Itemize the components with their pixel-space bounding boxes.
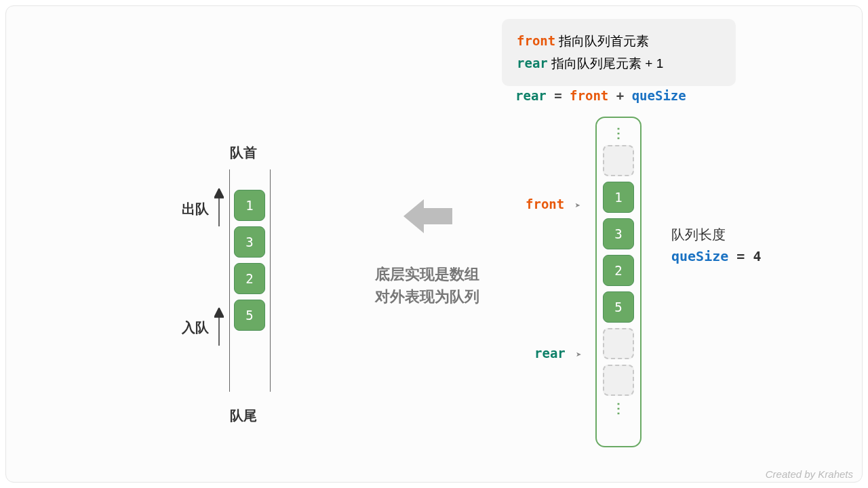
front-pointer: front ➤ [526, 197, 580, 211]
pointer-arrow-icon: ➤ [575, 200, 580, 211]
formula-quesize: queSize [632, 88, 686, 103]
queue-length-box: 队列长度 queSize = 4 [671, 224, 761, 267]
dequeue-label: 出队 [182, 200, 209, 218]
quesize-val: 4 [753, 248, 761, 264]
queue-rail-left [229, 169, 230, 392]
enqueue-label: 入队 [182, 319, 209, 337]
caption-line2: 对外表现为队列 [353, 285, 502, 308]
ellipsis-icon: ⋮ [612, 399, 625, 418]
array-cell: 3 [603, 218, 634, 249]
rear-keyword: rear [517, 56, 548, 70]
array-cell-empty [603, 365, 634, 396]
formula-front: front [570, 88, 608, 103]
formula-eq: = [554, 88, 570, 103]
formula: rear = front + queSize [515, 88, 686, 103]
formula-rear: rear [515, 88, 547, 103]
rear-pointer: rear ➤ [534, 346, 582, 361]
quesize-eq: = [736, 248, 753, 264]
quesize-var: queSize [671, 248, 728, 264]
rear-desc: 指向队列尾元素 + 1 [551, 56, 663, 70]
dequeue-arrow-icon [214, 188, 224, 226]
array-cell: 1 [603, 182, 634, 213]
queue-cell: 1 [234, 190, 265, 221]
array-frame: ⋮ 1 3 2 5 ⋮ [595, 117, 642, 447]
front-pointer-label: front [526, 197, 564, 211]
queue-length-label: 队列长度 [671, 224, 761, 245]
queue-head-label: 队首 [230, 144, 257, 162]
caption: 底层实现是数组 对外表现为队列 [353, 263, 502, 308]
queue-rail-right [270, 169, 271, 392]
caption-line1: 底层实现是数组 [353, 263, 502, 285]
array-cell-empty [603, 328, 634, 359]
queue-cell: 3 [234, 226, 265, 258]
rear-pointer-label: rear [534, 346, 566, 361]
formula-plus: + [616, 88, 632, 103]
left-arrow-icon [403, 195, 452, 240]
enqueue-arrow-icon [214, 308, 224, 346]
ellipsis-icon: ⋮ [612, 123, 625, 142]
queue-cell: 5 [234, 300, 265, 331]
pointer-arrow-icon: ➤ [576, 349, 581, 360]
queue-cell: 2 [234, 263, 265, 294]
array-cell: 5 [603, 291, 634, 323]
front-keyword: front [517, 33, 555, 48]
array-cell: 2 [603, 255, 634, 286]
info-box: front 指向队列首元素 rear 指向队列尾元素 + 1 [502, 19, 736, 86]
front-desc: 指向队列首元素 [559, 34, 649, 48]
array-cell-empty [603, 145, 634, 176]
credit-label: Created by Krahets [766, 468, 853, 480]
queue-tail-label: 队尾 [230, 407, 257, 425]
